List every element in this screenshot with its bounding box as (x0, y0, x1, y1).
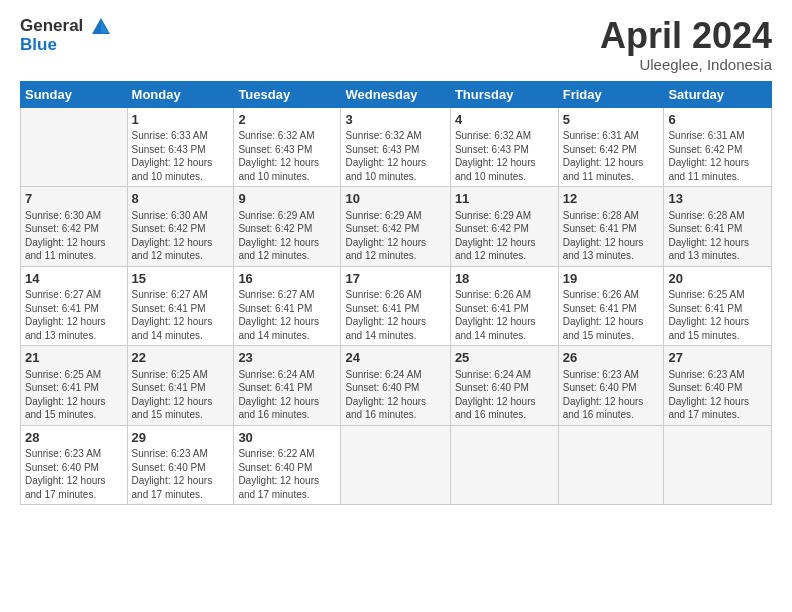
day-number: 24 (345, 349, 445, 367)
day-cell: 6Sunrise: 6:31 AM Sunset: 6:42 PM Daylig… (664, 107, 772, 187)
day-cell: 4Sunrise: 6:32 AM Sunset: 6:43 PM Daylig… (450, 107, 558, 187)
day-cell: 27Sunrise: 6:23 AM Sunset: 6:40 PM Dayli… (664, 346, 772, 426)
day-number: 16 (238, 270, 336, 288)
day-number: 10 (345, 190, 445, 208)
day-info: Sunrise: 6:24 AM Sunset: 6:41 PM Dayligh… (238, 368, 336, 422)
day-number: 6 (668, 111, 767, 129)
logo-blue: Blue (20, 36, 112, 55)
day-cell: 7Sunrise: 6:30 AM Sunset: 6:42 PM Daylig… (21, 187, 128, 267)
day-cell: 23Sunrise: 6:24 AM Sunset: 6:41 PM Dayli… (234, 346, 341, 426)
day-info: Sunrise: 6:32 AM Sunset: 6:43 PM Dayligh… (238, 129, 336, 183)
day-cell: 19Sunrise: 6:26 AM Sunset: 6:41 PM Dayli… (558, 266, 664, 346)
day-number: 30 (238, 429, 336, 447)
day-number: 20 (668, 270, 767, 288)
day-info: Sunrise: 6:30 AM Sunset: 6:42 PM Dayligh… (25, 209, 123, 263)
day-info: Sunrise: 6:26 AM Sunset: 6:41 PM Dayligh… (455, 288, 554, 342)
day-info: Sunrise: 6:25 AM Sunset: 6:41 PM Dayligh… (668, 288, 767, 342)
day-number: 14 (25, 270, 123, 288)
day-info: Sunrise: 6:23 AM Sunset: 6:40 PM Dayligh… (668, 368, 767, 422)
day-number: 17 (345, 270, 445, 288)
day-cell: 25Sunrise: 6:24 AM Sunset: 6:40 PM Dayli… (450, 346, 558, 426)
day-cell: 30Sunrise: 6:22 AM Sunset: 6:40 PM Dayli… (234, 425, 341, 505)
day-number: 5 (563, 111, 660, 129)
day-number: 3 (345, 111, 445, 129)
day-cell: 13Sunrise: 6:28 AM Sunset: 6:41 PM Dayli… (664, 187, 772, 267)
col-header-friday: Friday (558, 81, 664, 107)
day-cell: 21Sunrise: 6:25 AM Sunset: 6:41 PM Dayli… (21, 346, 128, 426)
day-cell: 16Sunrise: 6:27 AM Sunset: 6:41 PM Dayli… (234, 266, 341, 346)
day-info: Sunrise: 6:30 AM Sunset: 6:42 PM Dayligh… (132, 209, 230, 263)
day-cell (21, 107, 128, 187)
col-header-tuesday: Tuesday (234, 81, 341, 107)
day-cell: 8Sunrise: 6:30 AM Sunset: 6:42 PM Daylig… (127, 187, 234, 267)
day-cell: 14Sunrise: 6:27 AM Sunset: 6:41 PM Dayli… (21, 266, 128, 346)
day-info: Sunrise: 6:24 AM Sunset: 6:40 PM Dayligh… (455, 368, 554, 422)
day-number: 19 (563, 270, 660, 288)
day-cell: 11Sunrise: 6:29 AM Sunset: 6:42 PM Dayli… (450, 187, 558, 267)
page-container: General Blue April 2024 Uleeglee, Indone… (0, 0, 792, 515)
day-cell: 1Sunrise: 6:33 AM Sunset: 6:43 PM Daylig… (127, 107, 234, 187)
logo-icon (90, 16, 112, 38)
day-number: 25 (455, 349, 554, 367)
header: General Blue April 2024 Uleeglee, Indone… (20, 16, 772, 73)
col-header-thursday: Thursday (450, 81, 558, 107)
day-info: Sunrise: 6:31 AM Sunset: 6:42 PM Dayligh… (563, 129, 660, 183)
day-info: Sunrise: 6:31 AM Sunset: 6:42 PM Dayligh… (668, 129, 767, 183)
week-row-1: 1Sunrise: 6:33 AM Sunset: 6:43 PM Daylig… (21, 107, 772, 187)
header-row: SundayMondayTuesdayWednesdayThursdayFrid… (21, 81, 772, 107)
week-row-2: 7Sunrise: 6:30 AM Sunset: 6:42 PM Daylig… (21, 187, 772, 267)
week-row-3: 14Sunrise: 6:27 AM Sunset: 6:41 PM Dayli… (21, 266, 772, 346)
day-number: 12 (563, 190, 660, 208)
day-cell: 2Sunrise: 6:32 AM Sunset: 6:43 PM Daylig… (234, 107, 341, 187)
day-number: 11 (455, 190, 554, 208)
day-number: 27 (668, 349, 767, 367)
day-info: Sunrise: 6:26 AM Sunset: 6:41 PM Dayligh… (563, 288, 660, 342)
day-info: Sunrise: 6:32 AM Sunset: 6:43 PM Dayligh… (455, 129, 554, 183)
day-cell: 24Sunrise: 6:24 AM Sunset: 6:40 PM Dayli… (341, 346, 450, 426)
day-cell: 12Sunrise: 6:28 AM Sunset: 6:41 PM Dayli… (558, 187, 664, 267)
day-cell: 26Sunrise: 6:23 AM Sunset: 6:40 PM Dayli… (558, 346, 664, 426)
day-number: 13 (668, 190, 767, 208)
day-number: 21 (25, 349, 123, 367)
calendar-table: SundayMondayTuesdayWednesdayThursdayFrid… (20, 81, 772, 506)
day-info: Sunrise: 6:24 AM Sunset: 6:40 PM Dayligh… (345, 368, 445, 422)
week-row-5: 28Sunrise: 6:23 AM Sunset: 6:40 PM Dayli… (21, 425, 772, 505)
day-cell: 17Sunrise: 6:26 AM Sunset: 6:41 PM Dayli… (341, 266, 450, 346)
day-cell: 22Sunrise: 6:25 AM Sunset: 6:41 PM Dayli… (127, 346, 234, 426)
day-number: 7 (25, 190, 123, 208)
day-cell (450, 425, 558, 505)
day-number: 2 (238, 111, 336, 129)
day-info: Sunrise: 6:26 AM Sunset: 6:41 PM Dayligh… (345, 288, 445, 342)
day-info: Sunrise: 6:27 AM Sunset: 6:41 PM Dayligh… (132, 288, 230, 342)
col-header-saturday: Saturday (664, 81, 772, 107)
day-cell: 29Sunrise: 6:23 AM Sunset: 6:40 PM Dayli… (127, 425, 234, 505)
col-header-monday: Monday (127, 81, 234, 107)
day-info: Sunrise: 6:29 AM Sunset: 6:42 PM Dayligh… (345, 209, 445, 263)
day-cell (558, 425, 664, 505)
day-number: 28 (25, 429, 123, 447)
day-info: Sunrise: 6:32 AM Sunset: 6:43 PM Dayligh… (345, 129, 445, 183)
location-subtitle: Uleeglee, Indonesia (600, 56, 772, 73)
col-header-wednesday: Wednesday (341, 81, 450, 107)
day-info: Sunrise: 6:29 AM Sunset: 6:42 PM Dayligh… (238, 209, 336, 263)
day-cell: 10Sunrise: 6:29 AM Sunset: 6:42 PM Dayli… (341, 187, 450, 267)
day-number: 26 (563, 349, 660, 367)
day-cell: 3Sunrise: 6:32 AM Sunset: 6:43 PM Daylig… (341, 107, 450, 187)
day-number: 23 (238, 349, 336, 367)
day-info: Sunrise: 6:29 AM Sunset: 6:42 PM Dayligh… (455, 209, 554, 263)
day-info: Sunrise: 6:25 AM Sunset: 6:41 PM Dayligh… (132, 368, 230, 422)
day-number: 4 (455, 111, 554, 129)
day-cell: 9Sunrise: 6:29 AM Sunset: 6:42 PM Daylig… (234, 187, 341, 267)
day-number: 8 (132, 190, 230, 208)
day-info: Sunrise: 6:27 AM Sunset: 6:41 PM Dayligh… (25, 288, 123, 342)
day-info: Sunrise: 6:22 AM Sunset: 6:40 PM Dayligh… (238, 447, 336, 501)
day-info: Sunrise: 6:23 AM Sunset: 6:40 PM Dayligh… (132, 447, 230, 501)
day-cell: 5Sunrise: 6:31 AM Sunset: 6:42 PM Daylig… (558, 107, 664, 187)
day-cell (341, 425, 450, 505)
day-info: Sunrise: 6:23 AM Sunset: 6:40 PM Dayligh… (563, 368, 660, 422)
day-cell (664, 425, 772, 505)
day-number: 29 (132, 429, 230, 447)
day-info: Sunrise: 6:25 AM Sunset: 6:41 PM Dayligh… (25, 368, 123, 422)
day-number: 1 (132, 111, 230, 129)
day-number: 18 (455, 270, 554, 288)
